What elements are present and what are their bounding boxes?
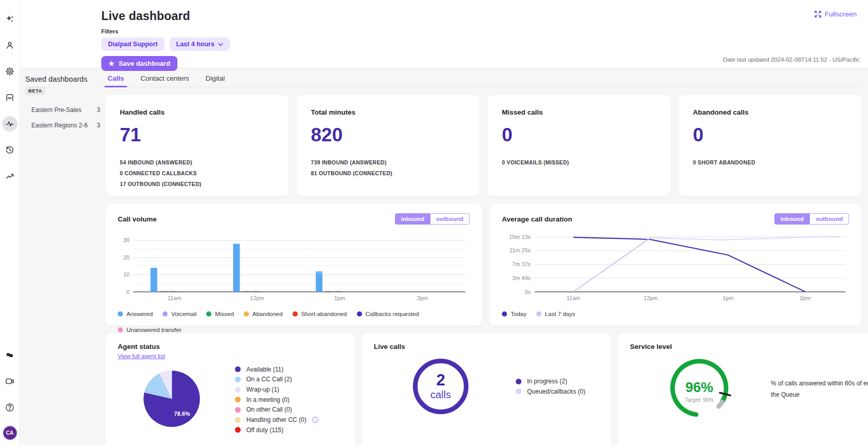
filter-chip[interactable]: Dialpad Support (101, 38, 165, 51)
tab-digital[interactable]: Digital (205, 71, 226, 87)
filter-chip[interactable]: Last 4 hours (170, 38, 230, 51)
stat-card: Total minutes820739 INBOUND (ANSWERED)81… (297, 95, 480, 196)
svg-text:15m 13s: 15m 13s (509, 234, 531, 240)
stat-detail-line: 739 INBOUND (ANSWERED) (311, 157, 465, 168)
video-camera-icon[interactable] (2, 374, 17, 389)
stat-detail-line: 0 CONNECTED CALLBACKS (120, 168, 274, 179)
tab-calls[interactable]: Calls (106, 71, 125, 87)
svg-text:3m 49s: 3m 49s (512, 275, 531, 281)
trends-icon[interactable] (2, 169, 17, 184)
legend-item: Handling other CC (0)i (235, 415, 318, 425)
call-volume-legend: AnsweredVoicemailMissedAbandonedShort-ab… (118, 311, 469, 333)
call-volume-card: Call volume inboundoutbound 010203011am1… (105, 204, 482, 326)
toggle-inbound[interactable]: inbound (774, 213, 810, 225)
legend-item: Voicemail (162, 311, 196, 317)
legend-dot (536, 311, 541, 317)
legend-dot (235, 366, 241, 372)
help-icon[interactable] (2, 400, 17, 415)
saved-dashboards-title: Saved dashboards (25, 75, 102, 83)
saved-dashboard-count: 3 (97, 106, 100, 114)
live-activity-icon[interactable] (2, 116, 17, 132)
legend-item: Today (502, 311, 527, 317)
saved-dashboard-name: Eastern Regions 2-6 (31, 122, 87, 129)
legend-dot (162, 311, 168, 317)
legend-label: Unanswered transfer (126, 327, 182, 333)
info-icon[interactable]: i (312, 417, 318, 423)
stat-card: Handled calls7154 INBOUND (ANSWERED)0 CO… (105, 95, 288, 196)
app-root: CA Live dashboard Filters Dialpad Suppor… (0, 0, 868, 445)
main-column: Live dashboard Filters Dialpad SupportLa… (20, 0, 868, 445)
filter-chips: Dialpad SupportLast 4 hours (101, 38, 230, 51)
legend-item: Unanswered transfer (118, 327, 182, 333)
legend-item: On a CC Call (2) (235, 375, 318, 385)
avg-duration-toggle: inboundoutbound (774, 213, 849, 225)
save-dashboard-label: Save dashboard (119, 60, 170, 67)
service-level-gauge: 96%Target: 90% (663, 351, 736, 427)
service-level-title: Service level (630, 343, 868, 350)
legend-item: Callbacks requested (357, 311, 419, 317)
sparkles-icon[interactable] (2, 11, 17, 27)
agent-status-legend: Available (11)On a CC Call (2)Wrap-up (1… (235, 364, 318, 435)
stat-card-title: Total minutes (311, 108, 465, 116)
legend-label: Answered (126, 311, 153, 317)
live-calls-card: Live calls 2 calls In progress (2)Queued… (361, 333, 611, 445)
legend-dot (206, 311, 211, 317)
legend-dot (516, 388, 521, 394)
legend-dot (235, 427, 241, 433)
legend-item: Wrap-up (1) (235, 384, 318, 395)
svg-text:30: 30 (123, 237, 130, 243)
legend-dot (235, 407, 241, 413)
call-volume-toggle: inboundoutbound (395, 213, 469, 225)
svg-text:96%: 96% (685, 380, 713, 395)
tab-contact-centers[interactable]: Contact centers (139, 71, 190, 87)
toggle-inbound[interactable]: inbound (395, 213, 430, 225)
legend-label: Handling other CC (0) (246, 416, 306, 424)
legend-label: Wrap-up (1) (246, 386, 279, 394)
saved-dashboards-list: Eastern Pre-Sales3Eastern Regions 2-63 (25, 102, 102, 133)
avg-call-duration-chart: 0s3m 49s7m 37s11m 25s15m 13s11am12pm1pm2… (502, 225, 849, 309)
view-full-agent-list-link[interactable]: View full agent list (118, 353, 165, 359)
agent-status-title: Agent status (118, 343, 343, 350)
avg-call-duration-title: Average call duration (502, 215, 572, 223)
user-avatar[interactable]: CA (3, 426, 17, 440)
legend-item: Short-abandoned (293, 311, 347, 317)
beta-badge: BETA (25, 86, 45, 95)
svg-text:1pm: 1pm (722, 295, 733, 301)
stat-detail-line: 81 OUTBOUND (CONNECTED) (311, 168, 465, 179)
avg-call-duration-card: Average call duration inboundoutbound 0s… (490, 204, 861, 326)
toggle-outbound[interactable]: outbound (430, 213, 469, 225)
stat-card-title: Abandoned calls (693, 108, 847, 116)
legend-item: Last 7 days (536, 311, 575, 317)
stat-card: Missed calls00 VOICEMAILS (MISSED) (487, 95, 671, 196)
svg-text:11am: 11am (567, 295, 581, 301)
dialpad-logo-icon[interactable] (2, 347, 17, 363)
legend-item: In progress (2) (516, 376, 585, 386)
stat-card-details: 739 INBOUND (ANSWERED)81 OUTBOUND (CONNE… (311, 157, 465, 179)
stat-card-details: 0 SHORT ABANDONED (693, 157, 847, 168)
svg-text:2pm: 2pm (800, 295, 810, 301)
legend-label: Queued/callbacks (0) (527, 388, 585, 396)
legend-label: Last 7 days (545, 311, 575, 317)
save-dashboard-button[interactable]: ★ Save dashboard (101, 56, 177, 71)
workflows-icon[interactable] (2, 90, 17, 105)
saved-dashboard-item[interactable]: Eastern Pre-Sales3 (25, 102, 102, 118)
call-volume-chart: 010203011am12pm1pm2pm (118, 225, 469, 309)
legend-item: Off duty (115) (235, 425, 318, 435)
legend-label: In a meeting (0) (246, 396, 290, 404)
legend-label: Missed (215, 311, 233, 317)
legend-dot (118, 311, 123, 317)
toggle-outbound[interactable]: outbound (810, 213, 849, 225)
legend-dot (293, 311, 298, 317)
history-icon[interactable] (2, 142, 17, 158)
svg-text:20: 20 (123, 254, 130, 261)
stat-detail-line: 54 INBOUND (ANSWERED) (120, 157, 274, 168)
svg-text:Target: 90%: Target: 90% (685, 397, 714, 403)
settings-gear-icon[interactable] (2, 64, 17, 79)
contacts-icon[interactable] (2, 38, 17, 53)
live-calls-legend: In progress (2)Queued/callbacks (0) (516, 376, 585, 396)
stat-card-title: Handled calls (120, 108, 274, 116)
legend-item: Answered (118, 311, 153, 317)
saved-dashboard-item[interactable]: Eastern Regions 2-63 (25, 118, 102, 133)
fullscreen-button[interactable]: Fullscreen (814, 10, 857, 18)
svg-text:12pm: 12pm (250, 295, 264, 301)
